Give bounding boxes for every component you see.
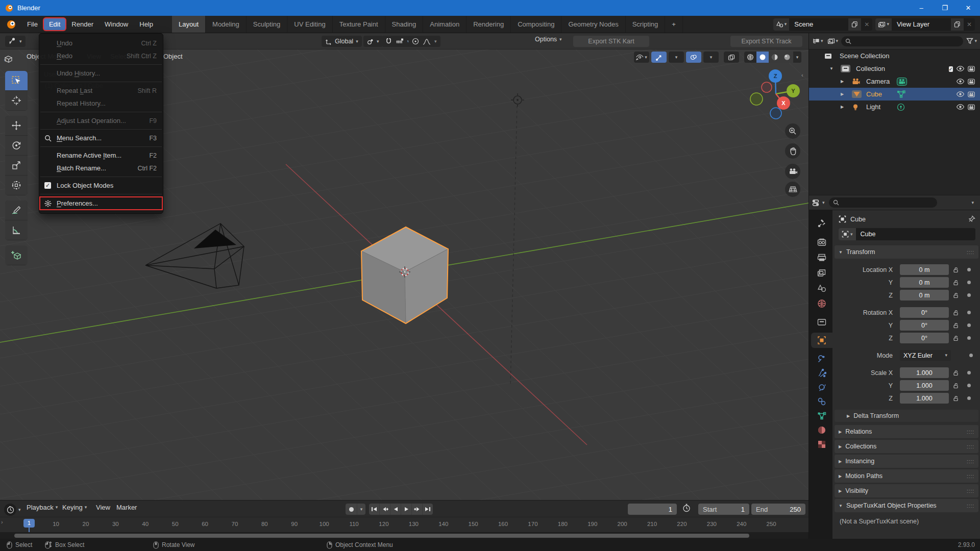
move-tool-button[interactable]: [5, 116, 28, 136]
properties-search-input[interactable]: [829, 197, 937, 208]
properties-tab-output[interactable]: [811, 250, 832, 265]
edit-menu-item-batch-rename[interactable]: Batch Rename... Ctrl F2: [39, 162, 163, 174]
animate-dot[interactable]: [967, 371, 971, 374]
delta-transform-subpanel[interactable]: ▶ Delta Transform: [835, 410, 978, 422]
shading-dropdown[interactable]: ▾: [793, 52, 801, 63]
camera-view-button[interactable]: [785, 164, 800, 179]
panel-grip-icon[interactable]: ::::: [967, 503, 974, 509]
record-button[interactable]: [346, 504, 357, 515]
properties-tab-material[interactable]: [811, 422, 832, 438]
outliner-row-cube[interactable]: ▶ Cube: [809, 88, 980, 101]
next-keyframe-button[interactable]: [412, 504, 423, 515]
panel-header-collections[interactable]: ▶Collections ::::: [835, 440, 978, 453]
outliner-filter-mode-dropdown[interactable]: ▾: [826, 38, 840, 45]
field-value[interactable]: 1.000: [900, 367, 949, 378]
hide-in-viewport-toggle[interactable]: [957, 79, 964, 84]
view-layer-remove-icon[interactable]: ✕: [964, 18, 975, 31]
lock-icon[interactable]: [953, 267, 959, 273]
export-stk-track-button[interactable]: Export STK Track: [730, 36, 802, 47]
stk-panel-header[interactable]: ▼ SuperTuxKart Object Properties ::::: [835, 499, 978, 512]
properties-tab-particles[interactable]: [811, 365, 832, 381]
lock-icon[interactable]: [953, 310, 959, 316]
frame-start-field[interactable]: Start1: [698, 504, 749, 515]
xray-toggle[interactable]: [724, 52, 739, 63]
animate-dot[interactable]: [967, 281, 971, 284]
animate-dot[interactable]: [967, 396, 971, 400]
panel-header-visibility[interactable]: ▶Visibility ::::: [835, 484, 978, 497]
properties-tab-world[interactable]: [811, 296, 832, 311]
scene-copy-icon[interactable]: [848, 18, 861, 31]
expander-down-icon[interactable]: ▼: [829, 66, 834, 71]
measure-tool-button[interactable]: [5, 220, 28, 240]
field-value[interactable]: 1.000: [900, 393, 949, 404]
lock-icon[interactable]: [953, 395, 959, 402]
expander-right-icon[interactable]: ▶: [841, 105, 844, 109]
current-frame-field[interactable]: 1: [628, 504, 677, 515]
gizmos-toggle[interactable]: [651, 52, 667, 63]
lock-icon[interactable]: [953, 370, 959, 376]
timeline-menu-marker[interactable]: Marker: [116, 504, 137, 511]
outliner-filter-dropdown[interactable]: ▾: [965, 38, 978, 44]
expander-right-icon[interactable]: ▶: [841, 92, 844, 96]
proportional-editing-group[interactable]: ▾: [408, 36, 440, 47]
lock-icon[interactable]: [953, 335, 959, 341]
edit-menu-item-rename-active-item[interactable]: Rename Active Item... F2: [39, 149, 163, 162]
rendered-shading-button[interactable]: [781, 52, 793, 63]
toggle-perspective-button[interactable]: [785, 182, 800, 197]
add-cube-tool-button[interactable]: [5, 245, 28, 265]
field-value[interactable]: 0 m: [900, 264, 949, 275]
outliner-label-light[interactable]: Light: [866, 103, 880, 111]
timeline-scroll-thumb[interactable]: [14, 534, 749, 538]
view-layer-selector[interactable]: ▾ View Layer ✕: [875, 18, 975, 31]
field-value[interactable]: 0°: [900, 320, 949, 331]
lock-icon[interactable]: [953, 322, 959, 329]
blender-app-menu-icon[interactable]: [6, 19, 16, 30]
animate-dot[interactable]: [967, 293, 971, 297]
sidebar-collapse-arrow[interactable]: ‹: [801, 72, 803, 78]
pivot-point-dropdown[interactable]: ▾: [363, 36, 383, 47]
pin-icon[interactable]: [968, 215, 975, 223]
edit-menu-item-lock-object-modes[interactable]: ✓ Lock Object Modes: [39, 179, 163, 192]
material-preview-button[interactable]: [769, 52, 781, 63]
jump-to-end-button[interactable]: [423, 504, 433, 515]
workspace-tab-compositing[interactable]: Compositing: [511, 16, 561, 33]
panel-grip-icon[interactable]: ::::: [967, 488, 974, 494]
scene-unlink-icon[interactable]: ✕: [861, 18, 872, 31]
object-name-input[interactable]: Cube: [856, 228, 975, 240]
edit-menu-item-preferences[interactable]: Preferences...: [39, 196, 163, 210]
collection-checkbox[interactable]: ✓: [949, 65, 953, 72]
view-layer-name[interactable]: View Layer: [892, 20, 951, 28]
timeline-menu-view[interactable]: View: [96, 504, 110, 511]
disable-in-renders-toggle[interactable]: [968, 91, 975, 97]
properties-tab-physics[interactable]: [811, 380, 832, 395]
play-reverse-button[interactable]: [390, 504, 401, 515]
hide-in-viewport-toggle[interactable]: [957, 66, 964, 71]
disable-in-renders-toggle[interactable]: [968, 79, 975, 85]
outliner-row-scene-collection[interactable]: Scene Collection: [809, 49, 980, 62]
transform-panel-header[interactable]: ▼ Transform ::::: [835, 245, 978, 259]
properties-tab-scene[interactable]: [811, 281, 832, 296]
panel-header-motion-paths[interactable]: ▶Motion Paths ::::: [835, 469, 978, 483]
jump-to-start-button[interactable]: [369, 504, 380, 515]
panel-grip-icon[interactable]: ::::: [967, 459, 974, 464]
timeline-ruler[interactable]: 1 10203040506070809010011012013014015016…: [0, 517, 808, 533]
properties-tab-view-layer[interactable]: [811, 265, 832, 281]
tweak-select-tool-button[interactable]: [5, 71, 28, 91]
overlays-toggle[interactable]: [686, 52, 701, 63]
options-dropdown[interactable]: Options▾: [535, 36, 562, 43]
lock-icon[interactable]: [953, 292, 959, 298]
frame-end-field[interactable]: End250: [751, 504, 805, 515]
properties-tab-texture[interactable]: [811, 437, 832, 452]
minimize-button[interactable]: –: [910, 0, 933, 16]
animate-dot[interactable]: [967, 268, 971, 271]
navigation-gizmo[interactable]: Z Y X: [746, 64, 805, 123]
workspace-tab-modeling[interactable]: Modeling: [206, 16, 247, 33]
workspace-tab--[interactable]: +: [665, 16, 683, 33]
field-value[interactable]: 0°: [900, 333, 949, 343]
workspace-tab-texture-paint[interactable]: Texture Paint: [333, 16, 385, 33]
properties-editor-type-button[interactable]: ▾: [812, 199, 825, 207]
export-stk-kart-button[interactable]: Export STK Kart: [573, 36, 649, 47]
lock-icon[interactable]: [953, 280, 959, 286]
animate-dot[interactable]: [967, 336, 971, 340]
hide-in-viewport-toggle[interactable]: [957, 91, 964, 97]
